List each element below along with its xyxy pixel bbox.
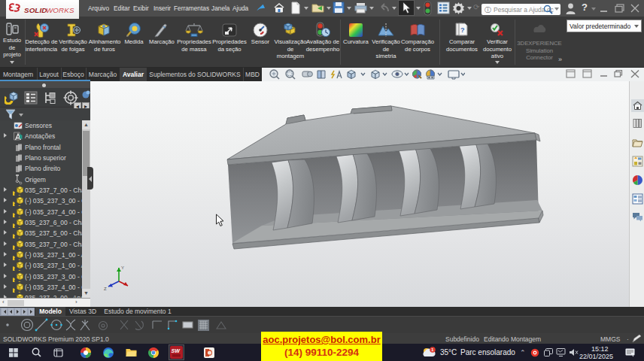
svg-text:Z: Z [104,287,107,291]
svg-text:WORKS: WORKS [46,6,74,14]
svg-text:SW: SW [172,348,181,353]
svg-text:?: ? [460,26,465,34]
svg-text:Y: Y [121,265,124,270]
svg-text:SOLID: SOLID [24,6,47,14]
svg-text:1: 1 [431,347,433,352]
